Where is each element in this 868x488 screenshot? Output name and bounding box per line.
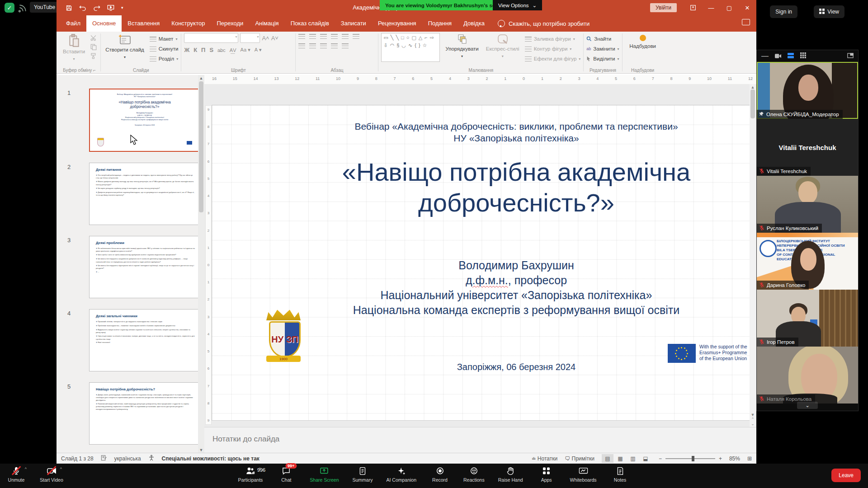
- zoom-knob[interactable]: [692, 456, 694, 461]
- font-style-button-S[interactable]: S: [209, 47, 213, 53]
- addins-button[interactable]: Надбудови: [625, 33, 660, 50]
- reading-view-icon[interactable]: ▥: [627, 454, 639, 463]
- columns-icon[interactable]: [342, 43, 349, 48]
- participant-tile-5[interactable]: Ігор Петров: [757, 290, 858, 347]
- thumbnails-scrollbar[interactable]: ▲ ▼: [198, 75, 204, 453]
- shapes-gallery[interactable]: ▭╲╲□○▢ △⌐⇨⇩◠ §◡∿{}☆: [381, 33, 440, 62]
- scroll-up-icon[interactable]: ▲: [199, 76, 203, 80]
- share-screen-button[interactable]: Share Screen: [310, 466, 339, 483]
- tell-me-box[interactable]: Скажіть, що потрібно зробити: [498, 20, 590, 27]
- caret-up-icon[interactable]: ^: [60, 467, 62, 471]
- tab-Показ слайдів[interactable]: Показ слайдів: [285, 15, 335, 32]
- ai-companion-button[interactable]: AI Companion: [386, 466, 416, 483]
- accessibility-status[interactable]: Спеціальні можливості: щось не так: [162, 455, 259, 462]
- font-name-select[interactable]: [184, 33, 238, 43]
- bullets-icon[interactable]: [298, 34, 305, 39]
- slide-thumbnail-3[interactable]: Деякі проблемиЯк забезпечити більш-менш …: [89, 236, 199, 298]
- align-left-icon[interactable]: [298, 43, 305, 48]
- participant-tile-6[interactable]: Наталя Корольова: [757, 347, 858, 404]
- view-options-button[interactable]: View Options ⌄: [493, 0, 542, 10]
- grow-font-icon[interactable]: A˄: [262, 35, 269, 42]
- tab-Анімація[interactable]: Анімація: [249, 15, 284, 32]
- find-button[interactable]: Знайти: [586, 35, 619, 43]
- panel-layout-icon[interactable]: [847, 52, 854, 60]
- notes-button[interactable]: Notes: [610, 466, 630, 483]
- restore-button[interactable]: ▢: [720, 0, 738, 15]
- office-signin-button[interactable]: Увійти: [650, 3, 677, 12]
- scroll-down-icon[interactable]: ▼: [199, 448, 203, 452]
- shape-outline-button[interactable]: Контур фігури▾: [525, 45, 581, 53]
- numbering-icon[interactable]: [309, 34, 316, 39]
- comments-toggle[interactable]: 🗨 Примітки: [565, 455, 594, 462]
- reset-button[interactable]: Скинути: [150, 45, 179, 53]
- redo-icon[interactable]: [93, 5, 100, 11]
- slide-sorter-icon[interactable]: ▦: [614, 454, 626, 463]
- normal-view-icon[interactable]: ▤: [602, 454, 613, 463]
- shrink-font-icon[interactable]: A˅: [271, 35, 278, 42]
- tab-Довідка[interactable]: Довідка: [458, 15, 491, 32]
- font-style-button-П[interactable]: П: [201, 47, 205, 53]
- fit-to-window-icon[interactable]: ⊞: [747, 455, 752, 462]
- notes-toggle[interactable]: ≐ Нотатки: [531, 455, 557, 462]
- speaker-view-icon[interactable]: [788, 52, 794, 60]
- raise-hand-button[interactable]: Raise Hand: [498, 466, 523, 483]
- font-extra-3[interactable]: А ▾: [255, 47, 262, 53]
- quick-styles-button[interactable]: Експрес-стилі▾: [484, 33, 521, 67]
- scrollbar-thumb[interactable]: [199, 81, 203, 212]
- tab-Конструктор[interactable]: Конструктор: [165, 15, 211, 32]
- replace-button[interactable]: abЗамінити▾: [586, 45, 619, 53]
- tab-Основне[interactable]: Основне: [86, 15, 122, 32]
- section-button[interactable]: Розділ▾: [150, 55, 179, 63]
- save-icon[interactable]: [66, 5, 72, 11]
- scrollbar-thumb[interactable]: [750, 89, 755, 118]
- cut-icon[interactable]: [90, 35, 98, 41]
- main-scrollbar[interactable]: ▲ ▼ ⌃ ⌄: [750, 84, 756, 427]
- slide-thumbnail-1[interactable]: Вебінар «Академічна доброчесність: викли…: [89, 89, 200, 152]
- zoom-level[interactable]: 85%: [729, 455, 740, 462]
- layout-button[interactable]: Макет▾: [150, 35, 179, 43]
- indent-increase-icon[interactable]: [331, 34, 338, 39]
- new-slide-button[interactable]: Створити слайд▾: [104, 33, 146, 67]
- qat-customize-caret[interactable]: ▾: [121, 5, 123, 10]
- shape-fill-button[interactable]: Заливка фігури▾: [525, 35, 581, 43]
- current-slide[interactable]: Вебінар «Академічна доброчесність: викли…: [212, 105, 753, 420]
- text-direction-icon[interactable]: [353, 34, 359, 39]
- start-video-button[interactable]: ^Start Video: [40, 466, 63, 483]
- font-style-button-Ж[interactable]: Ж: [184, 47, 189, 53]
- indent-decrease-icon[interactable]: [320, 34, 327, 39]
- font-extra-1[interactable]: A͟V: [230, 47, 236, 53]
- undo-icon[interactable]: [79, 5, 86, 11]
- zoom-slider[interactable]: − +: [659, 455, 722, 462]
- font-extra-0[interactable]: a̶bc: [217, 47, 226, 53]
- record-button[interactable]: Record: [430, 466, 450, 483]
- tab-Файл[interactable]: Файл: [60, 15, 86, 32]
- slide-thumbnail-2[interactable]: Деякі питанняХто потрібний роботодавцю –…: [89, 163, 199, 225]
- language-indicator[interactable]: українська: [114, 455, 141, 462]
- zoom-view-button[interactable]: View: [814, 5, 844, 18]
- tab-Вставлення[interactable]: Вставлення: [122, 15, 165, 32]
- minimize-panel-icon[interactable]: —: [761, 52, 769, 60]
- start-slideshow-icon[interactable]: [107, 5, 114, 11]
- line-spacing-icon[interactable]: [342, 34, 349, 39]
- participants-button[interactable]: ^996Participants: [238, 466, 263, 483]
- next-slide-icon[interactable]: ⌄: [751, 422, 755, 426]
- chat-button[interactable]: 99+Chat: [276, 466, 296, 483]
- font-style-button-К[interactable]: К: [193, 47, 197, 53]
- comments-icon[interactable]: [742, 19, 750, 25]
- panel-expand-chevron[interactable]: ⌄: [797, 402, 818, 409]
- copy-icon[interactable]: [90, 44, 98, 50]
- arrange-button[interactable]: Упорядкувати▾: [443, 33, 480, 67]
- participant-tile-2[interactable]: Vitalii TereshchukVitalii Tereshchuk: [757, 119, 858, 176]
- format-painter-icon[interactable]: [90, 53, 98, 59]
- slide-thumbnail-4[interactable]: Деякі загальні чинникиПравовий нігілізм,…: [89, 309, 199, 371]
- slideshow-icon[interactable]: ⬓: [640, 454, 651, 463]
- participant-tile-3[interactable]: Руслан Куликовський: [757, 176, 858, 233]
- camera-icon[interactable]: [775, 52, 781, 60]
- summary-button[interactable]: Summary: [353, 466, 373, 483]
- ribbon-display-options-icon[interactable]: [684, 0, 702, 15]
- scroll-up-icon[interactable]: ▲: [751, 85, 755, 89]
- paste-button[interactable]: Вставити▾: [61, 33, 87, 67]
- gallery-view-icon[interactable]: [800, 52, 806, 60]
- spellcheck-icon[interactable]: [101, 455, 107, 462]
- participant-tile-4[interactable]: БІЛОЦЕРКІВСЬКИЙ ІНСТИТУТНЕПЕРЕРВНОЇ ПРОФ…: [757, 233, 858, 290]
